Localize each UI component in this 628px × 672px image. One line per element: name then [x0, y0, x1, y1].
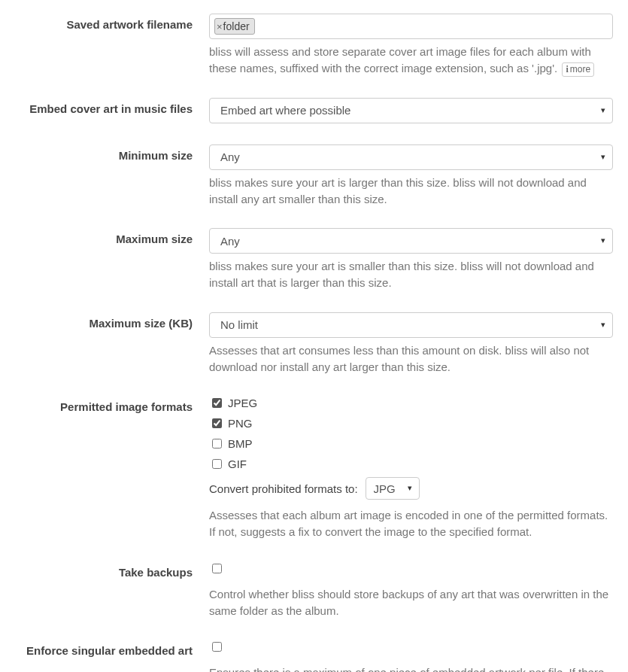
filename-tag[interactable]: × folder: [214, 18, 255, 35]
saved-artwork-input[interactable]: × folder: [209, 14, 613, 39]
help-min-size: bliss makes sure your art is larger than…: [209, 175, 613, 208]
format-name: PNG: [228, 417, 253, 430]
convert-label: Convert prohibited formats to:: [209, 482, 358, 495]
filename-tag-text: folder: [223, 20, 250, 32]
convert-select[interactable]: JPG: [366, 477, 420, 500]
label-embed: Embed cover art in music files: [15, 98, 209, 115]
format-list: JPEGPNGBMPGIF: [209, 396, 613, 471]
label-max-kb: Maximum size (KB): [15, 312, 209, 330]
embed-select[interactable]: Embed art where possible: [209, 98, 613, 123]
row-embed: Embed cover art in music files Embed art…: [15, 98, 613, 123]
format-checkbox[interactable]: [212, 459, 222, 469]
row-singular: Enforce singular embedded art Ensures th…: [15, 640, 613, 672]
label-min-size: Minimum size: [15, 144, 209, 162]
label-saved-artwork: Saved artwork filename: [15, 14, 209, 31]
format-option[interactable]: GIF: [209, 457, 613, 471]
format-option[interactable]: JPEG: [209, 396, 613, 410]
row-formats: Permitted image formats JPEGPNGBMPGIF Co…: [15, 396, 613, 540]
format-name: GIF: [228, 458, 247, 470]
help-formats: Assesses that each album art image is en…: [209, 507, 613, 540]
min-size-select[interactable]: Any: [209, 144, 613, 170]
row-backups: Take backups Control whether bliss shoul…: [15, 561, 613, 619]
singular-checkbox[interactable]: [212, 642, 222, 652]
help-saved-artwork: bliss will assess and store separate cov…: [209, 44, 613, 77]
format-option[interactable]: PNG: [209, 416, 613, 430]
format-checkbox[interactable]: [212, 439, 222, 449]
help-max-kb: Assesses that art consumes less than thi…: [209, 342, 613, 376]
label-max-size: Maximum size: [15, 228, 209, 245]
row-min-size: Minimum size Any bliss makes sure your a…: [15, 144, 613, 208]
backups-checkbox[interactable]: [212, 564, 222, 573]
more-button[interactable]: imore: [562, 62, 594, 77]
format-option[interactable]: BMP: [209, 436, 613, 451]
max-size-select[interactable]: Any: [209, 228, 613, 254]
format-name: BMP: [228, 437, 253, 450]
row-max-kb: Maximum size (KB) No limit Assesses that…: [15, 312, 613, 376]
format-checkbox[interactable]: [212, 418, 222, 428]
help-singular: Ensures there is a maximum of one piece …: [209, 664, 613, 672]
row-saved-artwork: Saved artwork filename × folder bliss wi…: [15, 14, 613, 77]
format-name: JPEG: [228, 397, 257, 409]
max-kb-select[interactable]: No limit: [209, 312, 613, 338]
label-formats: Permitted image formats: [15, 396, 209, 413]
format-checkbox[interactable]: [212, 398, 222, 408]
help-backups: Control whether bliss should store backu…: [209, 586, 613, 619]
label-singular: Enforce singular embedded art: [15, 640, 209, 657]
row-max-size: Maximum size Any bliss makes sure your a…: [15, 228, 613, 291]
label-backups: Take backups: [15, 561, 209, 579]
convert-line: Convert prohibited formats to: JPG: [209, 477, 613, 500]
remove-tag-icon[interactable]: ×: [217, 21, 223, 32]
help-max-size: bliss makes sure your art is smaller tha…: [209, 258, 613, 291]
